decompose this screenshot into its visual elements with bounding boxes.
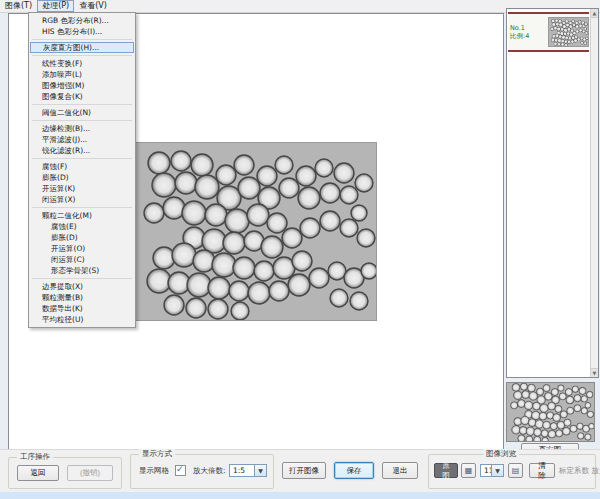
- thumbnail-item-line1: No.1: [510, 24, 548, 32]
- menu-separator: [32, 104, 132, 105]
- menu-item-5[interactable]: 线性变换(F): [29, 58, 135, 69]
- menu-separator: [32, 207, 132, 208]
- grid-view-button[interactable]: ▦: [461, 463, 476, 478]
- bottom-toolbar: 工序操作 返回 (撤销) 显示方式 显示网格 放大倍数: 1:5 ▼ 打开图像 …: [0, 449, 600, 493]
- menu-separator: [32, 278, 132, 279]
- thumbnail-item-line2: 比例:4: [510, 32, 548, 40]
- menu-item-6[interactable]: 添加噪声(L): [29, 69, 135, 80]
- menu-item-8[interactable]: 图像复合(K): [29, 91, 135, 102]
- grid-checkbox-label: 显示网格: [139, 466, 169, 476]
- preview-thumbnail[interactable]: [506, 382, 595, 442]
- menu-item-24[interactable]: 开运算(O): [29, 243, 135, 254]
- menu-item-26[interactable]: 形态学骨架(S): [29, 265, 135, 276]
- zoom-combobox[interactable]: 1:5 ▼: [229, 464, 267, 477]
- menu-separator: [32, 120, 132, 121]
- menu-item-30[interactable]: 数据导出(K): [29, 303, 135, 314]
- browse-tags: 标定系数 放大 缩小 适中: [559, 466, 600, 476]
- display-group-label: 显示方式: [139, 449, 175, 459]
- zoom-label: 放大倍数:: [193, 466, 226, 476]
- original-image-button[interactable]: 原图: [434, 463, 458, 478]
- menu-item-31[interactable]: 平均粒径(U): [29, 314, 135, 325]
- thumbnail-list-item-selected[interactable]: No.1 比例:4: [508, 12, 589, 52]
- app-window: 图像(T) 处理(P) 查看(V) RGB 色彩分布(R)...HIS 色彩分布…: [0, 0, 600, 499]
- chevron-down-icon[interactable]: ▼: [254, 465, 266, 476]
- menu-item-19[interactable]: 闭运算(X): [29, 194, 135, 205]
- clear-button[interactable]: 清除: [529, 463, 555, 478]
- menu-item-18[interactable]: 开运算(K): [29, 183, 135, 194]
- thumbnail-item-image: [548, 17, 589, 47]
- menu-item-21[interactable]: 颗粒二值化(M): [29, 210, 135, 221]
- step-groupbox: 工序操作 返回 (撤销): [8, 457, 122, 489]
- menu-item-7[interactable]: 图像增强(M): [29, 80, 135, 91]
- save-button[interactable]: 保存: [334, 462, 374, 479]
- browse-groupbox: 图像浏览 原图 ▦ 11 ▼ ▤ 清除 标定系数 放大 缩小 适中: [428, 454, 596, 489]
- process-menu-dropdown: RGB 色彩分布(R)...HIS 色彩分布(I)...灰度直方图(H)...线…: [28, 12, 136, 328]
- image-view-button[interactable]: ▤: [508, 463, 523, 478]
- menu-item-10[interactable]: 阈值二值化(N): [29, 107, 135, 118]
- grid-icon: ▦: [465, 467, 473, 475]
- menu-item-22[interactable]: 腐蚀(E): [29, 221, 135, 232]
- menu-item-29[interactable]: 颗粒测量(B): [29, 292, 135, 303]
- menu-item-17[interactable]: 膨胀(D): [29, 172, 135, 183]
- browse-group-label: 图像浏览: [483, 449, 519, 459]
- image-icon: ▤: [512, 467, 520, 475]
- back-button[interactable]: 返回: [17, 465, 59, 481]
- menu-separator: [32, 158, 132, 159]
- step-group-label: 工序操作: [17, 452, 53, 462]
- menu-item-23[interactable]: 膨胀(D): [29, 232, 135, 243]
- menu-item-25[interactable]: 闭运算(C): [29, 254, 135, 265]
- menu-item-1[interactable]: HIS 色彩分布(I)...: [29, 26, 135, 37]
- microscopy-image: [133, 142, 377, 321]
- undo-button[interactable]: (撤销): [67, 465, 113, 481]
- menu-item-14[interactable]: 锐化滤波(R)...: [29, 145, 135, 156]
- menu-item-12[interactable]: 边缘检测(B)...: [29, 123, 135, 134]
- grid-checkbox[interactable]: [175, 465, 186, 476]
- zoom-value: 1:5: [233, 466, 245, 475]
- menu-process[interactable]: 处理(P): [37, 0, 74, 12]
- particle-image-svg: [134, 143, 376, 320]
- thumbnail-item-caption: No.1 比例:4: [508, 24, 548, 40]
- scroll-up-icon[interactable]: ▲: [591, 9, 598, 18]
- open-image-button[interactable]: 打开图像: [282, 462, 326, 479]
- chevron-down-icon[interactable]: ▼: [491, 465, 503, 476]
- exit-button[interactable]: 退出: [382, 462, 418, 479]
- menu-view[interactable]: 查看(V): [74, 0, 112, 12]
- scroll-down-icon[interactable]: ▼: [591, 368, 598, 377]
- menu-item-28[interactable]: 边界提取(X): [29, 281, 135, 292]
- display-groupbox: 显示方式 显示网格 放大倍数: 1:5 ▼: [130, 454, 274, 489]
- menu-item-16[interactable]: 腐蚀(F): [29, 161, 135, 172]
- thumbnail-list-scrollbar[interactable]: ▲ ▼: [590, 9, 598, 377]
- menu-image[interactable]: 图像(T): [0, 0, 37, 12]
- menu-item-13[interactable]: 平滑滤波(J)...: [29, 134, 135, 145]
- window-bottom-strip: [0, 492, 600, 499]
- menu-item-0[interactable]: RGB 色彩分布(R)...: [29, 15, 135, 26]
- count-spinner[interactable]: 11 ▼: [480, 464, 504, 477]
- menu-separator: [32, 39, 132, 40]
- menu-separator: [32, 55, 132, 56]
- thumbnail-list: No.1 比例:4 ▲ ▼: [506, 8, 599, 378]
- menu-item-3[interactable]: 灰度直方图(H)...: [30, 42, 134, 53]
